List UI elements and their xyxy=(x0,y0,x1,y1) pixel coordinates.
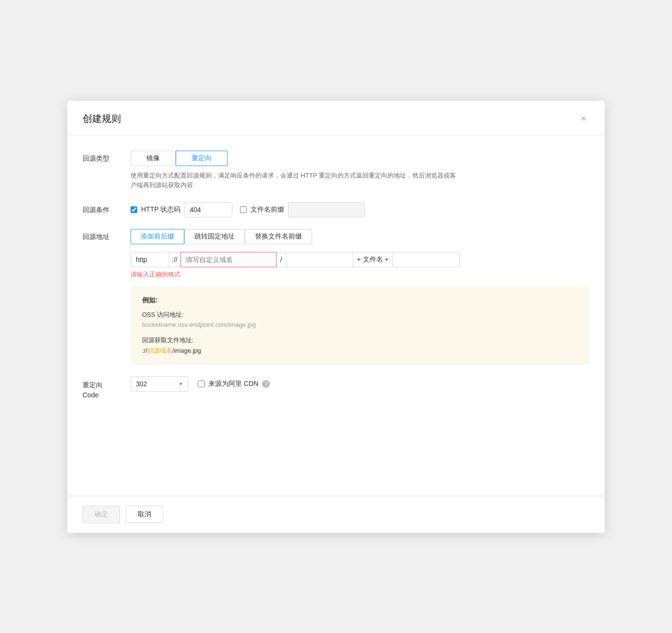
http-status-input[interactable] xyxy=(184,202,232,217)
source-condition-content: HTTP 状态码 文件名前缀 xyxy=(131,202,589,217)
http-status-label: HTTP 状态码 xyxy=(141,205,180,214)
cdn-checkbox[interactable] xyxy=(198,381,204,387)
close-button[interactable]: × xyxy=(578,113,589,124)
source-type-content: 镜像 重定向 使用重定向方式配置回源规则，满足响应条件的请求，会通过 HTTP … xyxy=(131,151,589,191)
file-prefix-checkbox[interactable] xyxy=(240,206,247,213)
dialog-body: 回源类型 镜像 重定向 使用重定向方式配置回源规则，满足响应条件的请求，会通过 … xyxy=(67,135,605,496)
url-sep: :// xyxy=(169,252,180,267)
url-suffix-input[interactable] xyxy=(393,252,460,267)
cancel-button[interactable]: 取消 xyxy=(126,506,163,523)
http-status-checkbox[interactable] xyxy=(131,206,137,213)
example-box: 例如: OSS 访问地址: bucketname.oss-endpoint.co… xyxy=(131,287,589,365)
url-input-row: http :// / + 文件名 + xyxy=(131,252,589,267)
source-address-row: 回源地址 添加前后缀 跳转固定地址 替换文件名前缀 http :// / + 文… xyxy=(83,229,589,365)
redirect-code-select[interactable]: 301 302 307 308 xyxy=(131,376,188,392)
url-error-text: 请输入正确的格式 xyxy=(131,270,589,279)
redirect-code-label: 重定向 Code xyxy=(83,376,131,400)
add-prefix-button[interactable]: 添加前后缀 xyxy=(131,229,184,244)
example-oss-label: OSS 访问地址: xyxy=(142,311,578,319)
redirect-code-content: 301 302 307 308 ▼ 来源为阿里 CDN ? xyxy=(131,376,589,392)
create-rule-dialog: 创建规则 × 回源类型 镜像 重定向 使用重定向方式配置回源规则，满足响应条件的… xyxy=(67,101,605,533)
example-origin-highlight: 回源域名 xyxy=(147,347,172,354)
source-address-content: 添加前后缀 跳转固定地址 替换文件名前缀 http :// / + 文件名 + … xyxy=(131,229,589,365)
http-status-group: HTTP 状态码 xyxy=(131,202,232,217)
mirror-button[interactable]: 镜像 xyxy=(131,151,176,166)
file-prefix-input[interactable] xyxy=(288,202,365,217)
file-prefix-label: 文件名前缀 xyxy=(251,205,284,214)
source-address-label: 回源地址 xyxy=(83,229,131,241)
redirect-row: 301 302 307 308 ▼ 来源为阿里 CDN ? xyxy=(131,376,589,392)
dialog-footer: 确定 取消 xyxy=(67,496,605,533)
cdn-label: 来源为阿里 CDN xyxy=(208,380,258,388)
dialog-header: 创建规则 × xyxy=(67,101,605,135)
confirm-button[interactable]: 确定 xyxy=(83,506,120,523)
source-type-row: 回源类型 镜像 重定向 使用重定向方式配置回源规则，满足响应条件的请求，会通过 … xyxy=(83,151,589,191)
source-type-description: 使用重定向方式配置回源规则，满足响应条件的请求，会通过 HTTP 重定向的方式返… xyxy=(131,171,457,191)
url-path-input[interactable] xyxy=(286,252,353,267)
jump-fixed-button[interactable]: 跳转固定地址 xyxy=(184,229,245,244)
help-icon[interactable]: ? xyxy=(262,380,270,388)
source-condition-label: 回源条件 xyxy=(83,202,131,215)
cdn-check-group: 来源为阿里 CDN ? xyxy=(198,380,270,388)
url-filename-label: + 文件名 + xyxy=(353,252,393,267)
dialog-title: 创建规则 xyxy=(83,112,121,125)
url-domain-input[interactable] xyxy=(180,252,276,267)
source-type-label: 回源类型 xyxy=(83,151,131,163)
redirect-select-wrapper: 301 302 307 308 ▼ xyxy=(131,376,188,392)
example-oss-url: bucketname.oss-endpoint.com/image.jpg xyxy=(142,321,578,328)
source-condition-row: 回源条件 HTTP 状态码 文件名前缀 xyxy=(83,202,589,217)
url-slash: / xyxy=(276,252,286,267)
address-type-buttons: 添加前后缀 跳转固定地址 替换文件名前缀 xyxy=(131,229,589,244)
replace-prefix-button[interactable]: 替换文件名前缀 xyxy=(245,229,312,244)
redirect-button[interactable]: 重定向 xyxy=(176,151,228,166)
example-title: 例如: xyxy=(142,296,578,305)
url-scheme: http xyxy=(131,252,169,267)
example-origin-prefix: :// xyxy=(142,347,147,354)
example-origin-suffix: /image.jpg xyxy=(172,347,201,354)
example-origin-label: 回源获取文件地址: xyxy=(142,336,578,345)
file-prefix-group: 文件名前缀 xyxy=(240,202,365,217)
source-type-buttons: 镜像 重定向 xyxy=(131,151,589,166)
example-origin-url: ://回源域名/image.jpg xyxy=(142,346,578,355)
condition-inputs: HTTP 状态码 文件名前缀 xyxy=(131,202,589,217)
redirect-code-row: 重定向 Code 301 302 307 308 ▼ xyxy=(83,376,589,400)
